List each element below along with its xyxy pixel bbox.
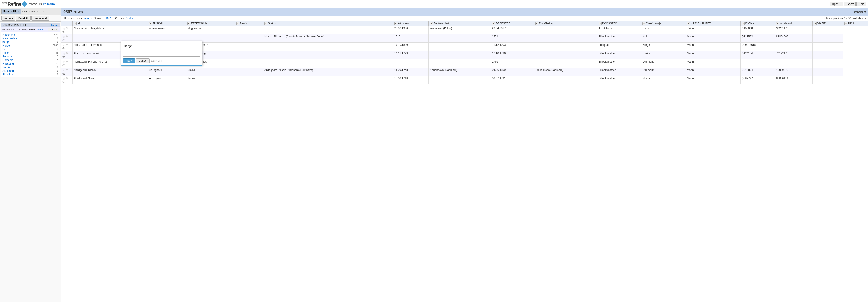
facet-item-name[interactable]: Romania [2,59,13,62]
sort-count-link[interactable]: count [37,28,43,31]
cell-dodssted[interactable] [534,34,597,43]
cell-etternavn[interactable]: Abakanowicz [148,26,186,34]
cell-fodt[interactable] [393,59,429,68]
col-filter-jpnavn[interactable]: ▾ [149,22,152,25]
cell-navn[interactable]: Nicolai [186,68,235,76]
facet-item-name[interactable]: New Zealand [2,37,19,40]
col-header-navn[interactable]: ▾NAVN [235,21,263,26]
col-header-etternavn[interactable]: ▾ETTERNAVN [186,21,235,26]
cell-fodt[interactable]: 14.11.1723 [393,51,429,59]
refresh-button[interactable]: Refresh [1,16,15,21]
cell-fodt[interactable]: 18.02.1718 [393,76,429,85]
cell-nku[interactable] [812,43,843,51]
facet-item-name[interactable]: Slovakia [2,73,13,76]
cancel-button[interactable]: Cancel [136,58,150,63]
facet-close-icon[interactable]: ✕ [2,24,4,27]
cell-wikidataid[interactable]: Q333563 [740,34,775,43]
col-filter-fodested[interactable]: ▾ [492,22,495,25]
col-header-altnavn[interactable]: ▾Alt. Navn [393,21,429,26]
col-header-status[interactable]: ▾Status [263,21,393,26]
cell-navn[interactable]: Magdalena [186,26,235,34]
cell-wikidataid[interactable] [740,59,775,68]
flag-icon[interactable]: ⚑ [66,43,68,47]
cell-nasjonalitet[interactable]: Norge [641,43,686,51]
show-5-link[interactable]: 5 [103,17,104,20]
edit-textarea[interactable]: norge [123,43,200,57]
cell-fodested[interactable] [429,59,491,68]
cell-altnavn[interactable]: Abildgaard, Nicolai Abraham (Fullt navn) [263,68,393,76]
cell-nku[interactable] [812,76,843,85]
reset-all-button[interactable]: Reset All [16,16,31,21]
cell-nasjonalitet[interactable]: Danmark [641,68,686,76]
col-header-jpnavn[interactable]: ▾JPNAVN [148,21,186,26]
cell-altnavn[interactable]: Messer Niccolino (Annet); Messer Niccolo… [263,34,393,43]
flag-icon[interactable]: ⚑ [66,52,68,55]
cell-fodt[interactable]: 20.06.1930 [393,26,429,34]
cell-dodssted[interactable] [534,51,597,59]
export-button[interactable]: Export [844,2,856,6]
cell-wikidataid[interactable]: Q124154 [740,51,775,59]
cell-dod[interactable]: 11.12.1903 [491,43,534,51]
cell-nku[interactable] [812,26,843,34]
cell-yrke[interactable]: Tekstilkunstner [597,26,641,34]
col-header-yrke[interactable]: ▾Yrke/bransje [641,21,686,26]
cell-kjonn[interactable]: Mann [686,76,740,85]
facet-item[interactable]: Russland28 [2,62,58,66]
facet-item-name[interactable]: Norge [2,44,10,47]
cell-altnavn[interactable] [263,43,393,51]
col-filter-viafid[interactable]: ▾ [814,22,817,25]
facet-change-link[interactable]: change [50,24,58,26]
facet-item[interactable]: Skottland1 [2,69,58,73]
cell-wikidataid[interactable]: Q158080 [740,26,775,34]
cell-nasjonalitet[interactable]: Polen [641,26,686,34]
cell-kjonn[interactable]: Kvinne [686,26,740,34]
col-filter-altnavn[interactable]: ▾ [394,22,397,25]
facet-item[interactable]: Polen45 [2,51,58,55]
cell-wikidataid[interactable]: Q319854 [740,68,775,76]
col-filter-navn[interactable]: ▾ [237,22,239,25]
facet-item[interactable]: Portugal3 [2,55,58,58]
show-25-link[interactable]: 25 [110,17,113,20]
cell-kjonn[interactable]: Mann [686,34,740,43]
cell-kjonn[interactable]: Mann [686,68,740,76]
cell-dod[interactable]: 1786 [491,59,534,68]
cell-nasjonalitet[interactable]: Norge [641,76,686,85]
facet-item[interactable]: Romania4 [2,58,58,62]
col-filter-nasjonalitet[interactable]: ▾ [687,22,690,25]
remove-all-button[interactable]: Remove All [31,16,49,21]
cell-altnavn[interactable] [263,76,393,85]
show-records-link[interactable]: records [83,17,92,20]
cell-viafid[interactable]: 88804962 [775,34,812,43]
cell-kjonn[interactable]: Mann [686,51,740,59]
col-header-nasjonalitet[interactable]: ▾NASJONALITET [686,21,740,26]
cell-dod[interactable]: 1571 [491,34,534,43]
cell-status[interactable] [235,43,263,51]
col-header-kjonn[interactable]: ▾KJONN [740,21,775,26]
cell-altnavn[interactable] [263,51,393,59]
flag-icon[interactable]: ⚑ [66,35,68,39]
cell-yrke[interactable]: Billedkunstner [597,76,641,85]
cell-status[interactable] [235,68,263,76]
cell-jpnavn[interactable]: Abildgaard, Søren [72,76,148,85]
facet-item[interactable]: Slovakia1 [2,73,58,76]
facet-item[interactable]: Peru2 [2,47,58,51]
col-filter-fodt[interactable]: ▾ [430,22,433,25]
facet-filter-tab[interactable]: Facet / Filter [1,9,22,14]
col-filter-dod[interactable]: ▾ [535,22,538,25]
cell-viafid[interactable] [775,43,812,51]
cell-dodssted[interactable] [534,76,597,85]
show-50-link[interactable]: 50 [114,17,117,20]
col-filter-dodssted[interactable]: ▾ [599,22,601,25]
cell-viafid[interactable]: 74122175 [775,51,812,59]
sort-name-link[interactable]: name [29,28,35,31]
facet-item-name[interactable]: Portugal [2,55,13,58]
cell-wikidataid[interactable]: Q589727 [740,76,775,85]
undo-redo-link[interactable]: Undo / Redo 31077 [22,10,44,13]
show-rows-link[interactable]: rows [76,17,82,20]
col-filter-status[interactable]: ▾ [265,22,267,25]
col-filter-nku[interactable]: ▾ [844,22,847,25]
cell-fodested[interactable] [429,43,491,51]
facet-item-name[interactable]: norge [2,40,9,43]
flag-icon[interactable]: ⚑ [66,60,68,64]
facet-item[interactable]: norge1 [2,40,58,44]
